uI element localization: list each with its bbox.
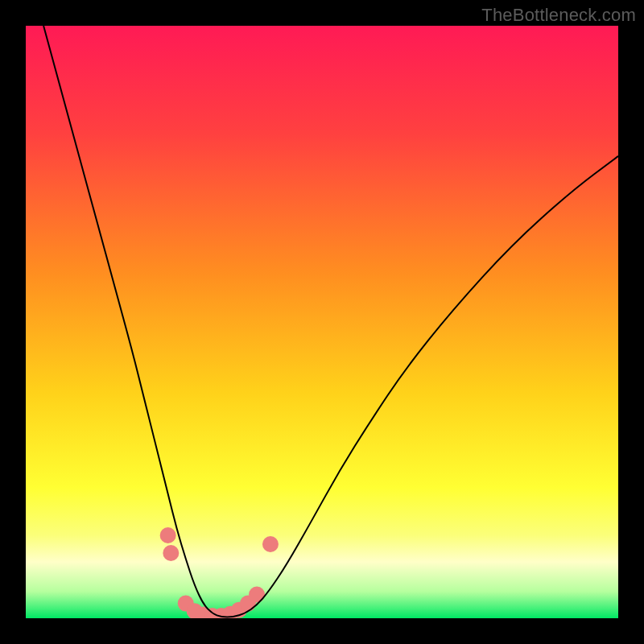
plot-area [26, 26, 618, 618]
gradient-background [26, 26, 618, 618]
highlight-dot [249, 587, 265, 603]
chart-frame: TheBottleneck.com [0, 0, 644, 644]
watermark-text: TheBottleneck.com [481, 5, 636, 26]
highlight-dot [262, 536, 279, 552]
chart-svg [26, 26, 618, 618]
highlight-dot [160, 527, 176, 543]
highlight-dot [163, 545, 179, 561]
